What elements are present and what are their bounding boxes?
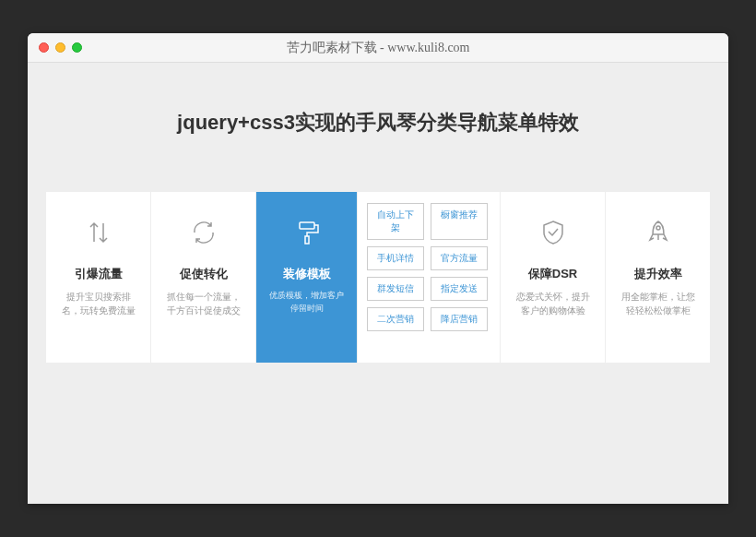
panel-desc: 提升宝贝搜索排名，玩转免费流量 (55, 290, 141, 317)
page-heading: jquery+css3实现的手风琴分类导航菜单特效 (28, 109, 728, 137)
shield-icon (510, 212, 596, 253)
panel-desc: 优质模板，增加客户停留时间 (266, 290, 348, 315)
accordion-panel-convert[interactable]: 促使转化 抓住每一个流量，千方百计促使成交 (151, 192, 256, 363)
accordion-panel-traffic[interactable]: 引爆流量 提升宝贝搜索排名，玩转免费流量 (46, 192, 151, 363)
traffic-lights (28, 42, 82, 53)
panel-desc: 恋爱式关怀，提升客户的购物体验 (510, 290, 596, 317)
browser-window: 苦力吧素材下载 - www.kuli8.com jquery+css3实现的手风… (28, 33, 728, 504)
tag-item[interactable]: 降店营销 (431, 307, 488, 331)
tag-item[interactable]: 橱窗推荐 (431, 203, 488, 240)
tag-item[interactable]: 二次营销 (367, 307, 424, 331)
accordion-menu: 引爆流量 提升宝贝搜索排名，玩转免费流量 促使转化 抓住每一个流量，千方百计促使… (46, 192, 710, 363)
tag-item[interactable]: 自动上下架 (367, 203, 424, 240)
accordion-expand-tags: 自动上下架 橱窗推荐 手机详情 官方流量 群发短信 指定发送 二次营销 降店营销 (358, 192, 501, 363)
tag-item[interactable]: 手机详情 (367, 246, 424, 270)
traffic-icon (55, 212, 141, 253)
tag-item[interactable]: 群发短信 (367, 277, 424, 301)
svg-rect-0 (300, 222, 314, 229)
minimize-icon[interactable] (55, 42, 65, 53)
window-title: 苦力吧素材下载 - www.kuli8.com (28, 40, 728, 56)
panel-title: 提升效率 (615, 266, 701, 282)
tag-item[interactable]: 指定发送 (431, 277, 488, 301)
refresh-icon (160, 212, 246, 253)
panel-title: 引爆流量 (55, 266, 141, 282)
close-icon[interactable] (39, 42, 49, 53)
svg-point-2 (656, 226, 660, 230)
page-content: jquery+css3实现的手风琴分类导航菜单特效 引爆流量 提升宝贝搜索排名，… (28, 63, 728, 363)
panel-title: 保障DSR (510, 266, 596, 282)
maximize-icon[interactable] (72, 42, 82, 53)
panel-title: 装修模板 (266, 266, 348, 282)
accordion-panel-dsr[interactable]: 保障DSR 恋爱式关怀，提升客户的购物体验 (501, 192, 606, 363)
panel-title: 促使转化 (160, 266, 246, 282)
panel-desc: 抓住每一个流量，千方百计促使成交 (160, 290, 246, 317)
svg-rect-1 (305, 236, 309, 244)
rocket-icon (615, 212, 701, 253)
tag-item[interactable]: 官方流量 (431, 246, 488, 270)
title-bar: 苦力吧素材下载 - www.kuli8.com (28, 33, 728, 63)
accordion-panel-efficiency[interactable]: 提升效率 用全能掌柜，让您轻轻松松做掌柜 (606, 192, 710, 363)
paint-roller-icon (266, 212, 348, 253)
accordion-panel-template[interactable]: 装修模板 优质模板，增加客户停留时间 (256, 192, 358, 363)
panel-desc: 用全能掌柜，让您轻轻松松做掌柜 (615, 290, 701, 317)
